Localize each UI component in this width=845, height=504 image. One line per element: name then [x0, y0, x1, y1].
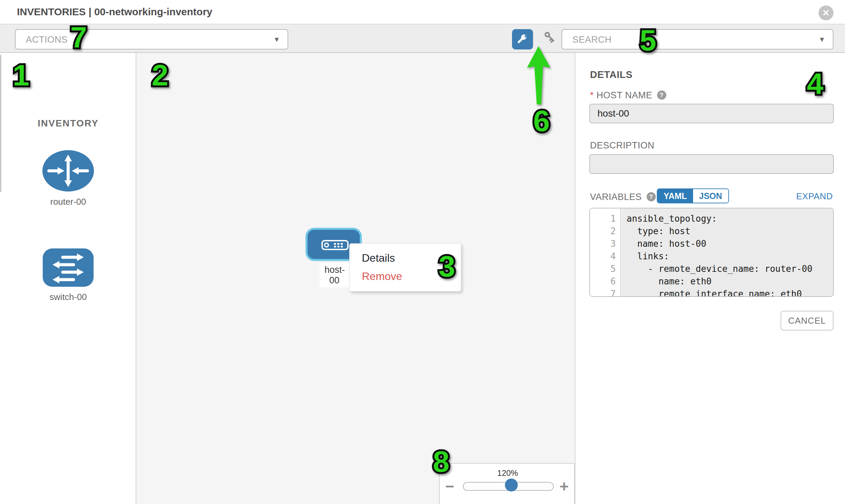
required-asterisk: * [590, 90, 594, 100]
key-icon [539, 43, 556, 49]
variables-code-editor[interactable]: 1ansible_topology: 2 type: host 3 name: … [589, 208, 834, 297]
description-label-row: DESCRIPTION [590, 140, 654, 151]
help-icon[interactable] [657, 90, 666, 100]
code-line: 6 name: eth0 [590, 275, 833, 288]
host-name-label: HOST NAME [596, 90, 652, 100]
code-rows: 1ansible_topology: 2 type: host 3 name: … [590, 213, 833, 297]
code-line: 3 name: host-00 [590, 238, 833, 250]
switch-icon [42, 282, 94, 288]
chevron-down-icon: ▾ [275, 35, 279, 44]
toolbar: ACTIONS ▾ SEARCH ▾ [0, 24, 845, 53]
chevron-down-icon: ▾ [820, 35, 824, 44]
details-panel-title: DETAILS [590, 69, 632, 80]
app-header: INVENTORIES | 00-networking-inventory [0, 0, 845, 24]
router-icon [42, 187, 94, 193]
zoom-control: 120% − + [439, 463, 575, 504]
details-panel: DETAILS *HOST NAME DESCRIPTION VARIABLES… [575, 53, 845, 504]
code-line: 2 type: host [590, 225, 833, 238]
description-field[interactable] [589, 154, 834, 174]
zoom-out-button[interactable]: − [445, 477, 454, 496]
variables-format-toggle: YAML JSON [657, 188, 729, 203]
actions-dropdown-label: ACTIONS [26, 35, 68, 45]
inventory-sidebar: INVENTORY router-00 [0, 53, 136, 504]
code-line: 7 remote_interface_name: eth0 [590, 288, 833, 297]
code-line: 5 - remote_device_name: router-00 [590, 263, 833, 275]
host-name-field[interactable] [589, 104, 834, 123]
context-menu-item-details[interactable]: Details [362, 252, 395, 264]
sidebar-item-label: router-00 [0, 197, 136, 207]
zoom-slider-handle[interactable] [505, 479, 518, 491]
search-dropdown-label: SEARCH [573, 35, 612, 45]
page-title: INVENTORIES | 00-networking-inventory [17, 6, 212, 18]
host-node-label: host-00 [320, 263, 349, 287]
actions-dropdown[interactable]: ACTIONS ▾ [15, 29, 288, 50]
help-icon[interactable] [647, 192, 656, 201]
json-toggle-button[interactable]: JSON [693, 189, 728, 203]
zoom-level: 120% [440, 468, 576, 478]
expand-link[interactable]: EXPAND [796, 191, 833, 202]
context-menu: Details Remove [349, 244, 461, 291]
key-button[interactable] [539, 32, 556, 48]
variables-label: VARIABLES [590, 192, 642, 202]
tools-button[interactable] [512, 29, 533, 50]
code-line: 1ansible_topology: [590, 213, 833, 225]
topology-canvas[interactable]: host-00 Details Remove 120% − + [136, 53, 575, 504]
host-name-label-row: *HOST NAME [590, 90, 666, 101]
variables-label-row: VARIABLES [590, 192, 656, 202]
close-icon[interactable] [818, 5, 833, 20]
zoom-in-button[interactable]: + [560, 477, 569, 496]
context-menu-item-remove[interactable]: Remove [362, 270, 402, 283]
yaml-toggle-button[interactable]: YAML [657, 189, 693, 203]
sidebar-item-router[interactable]: router-00 [0, 150, 136, 207]
code-line: 4 links: [590, 250, 833, 263]
search-dropdown[interactable]: SEARCH ▾ [562, 29, 833, 50]
description-label: DESCRIPTION [590, 140, 654, 150]
sidebar-title: INVENTORY [0, 118, 136, 129]
sidebar-item-switch[interactable]: switch-00 [0, 248, 136, 302]
cancel-button[interactable]: CANCEL [780, 311, 833, 330]
sidebar-item-label: switch-00 [0, 292, 136, 302]
